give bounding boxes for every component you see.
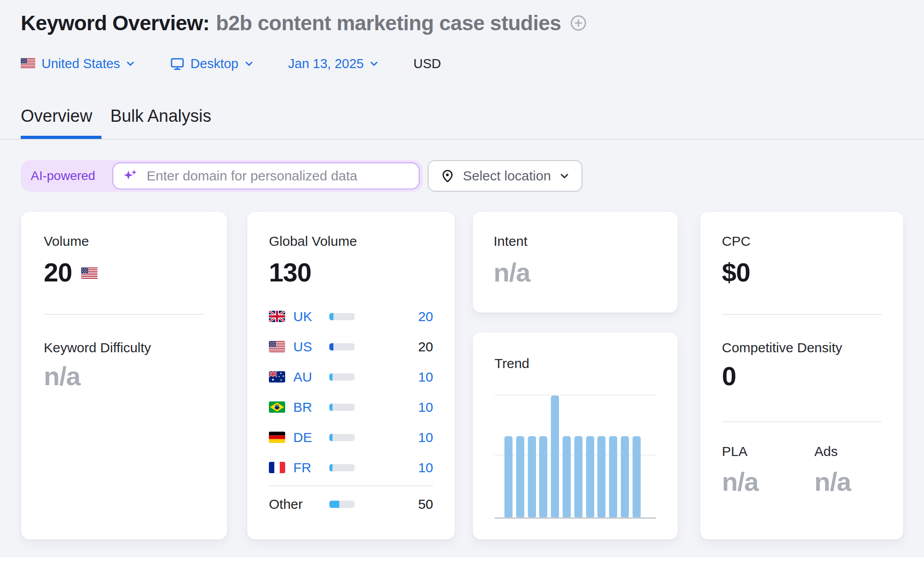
device-selector[interactable]: Desktop — [170, 56, 254, 71]
sparkle-icon — [122, 168, 139, 184]
card-divider — [44, 314, 204, 315]
tab-overview[interactable]: Overview — [21, 106, 92, 126]
select-location-label: Select location — [463, 168, 551, 184]
card-divider — [722, 314, 882, 315]
country-selector[interactable]: United States — [21, 56, 135, 71]
ai-powered-badge: AI-powered — [31, 169, 95, 183]
pla-value: n/a — [722, 467, 814, 496]
country-volume-value[interactable]: 10 — [418, 460, 433, 475]
volume-value: 20 — [44, 258, 97, 287]
country-volume-bar — [329, 464, 355, 471]
filter-bar: United States Desktop Jan 13, 2025 — [21, 55, 441, 72]
country-code-link[interactable]: FR — [293, 460, 322, 475]
global-volume-value: 130 — [269, 258, 311, 287]
trend-bar — [528, 436, 536, 517]
cpc-label: CPC — [722, 234, 750, 249]
country-volume-bar — [329, 313, 355, 320]
intent-value: n/a — [494, 258, 530, 287]
country-volume-bar — [329, 404, 355, 411]
country-code-link[interactable]: UK — [293, 309, 322, 324]
page-title: Keyword Overview: — [21, 11, 209, 35]
country-volume-list: UK20US20AU10BR10DE10FR10Other50 — [269, 301, 433, 519]
tab-bulk-analysis[interactable]: Bulk Analysis — [110, 106, 211, 126]
pla-column: PLA n/a — [722, 444, 814, 496]
keyword-phrase: b2b content marketing case studies — [216, 11, 561, 35]
ads-value: n/a — [814, 467, 907, 496]
flag-us-icon — [269, 341, 285, 352]
keyword-difficulty-label: Keyword Difficulty — [44, 340, 151, 355]
competitive-density-value: 0 — [722, 362, 736, 391]
trend-bar — [504, 436, 513, 517]
country-code-link[interactable]: US — [293, 339, 322, 355]
trend-label: Trend — [494, 356, 529, 371]
other-label: Other — [269, 497, 322, 512]
global-volume-card: Global Volume 130 UK20US20AU10BR10DE10FR… — [247, 212, 455, 539]
country-volume-bar — [329, 373, 355, 381]
other-volume-row: Other50 — [269, 489, 433, 519]
currency-label: USD — [413, 56, 441, 71]
add-keyword-icon[interactable] — [569, 14, 587, 32]
volume-card: Volume 20 Keyword Difficulty n/a — [21, 212, 227, 539]
country-volume-value[interactable]: 10 — [418, 430, 433, 445]
cpc-value: $0 — [722, 258, 750, 287]
chevron-down-icon — [244, 59, 254, 69]
trend-bar — [621, 436, 629, 517]
trend-bar — [586, 436, 594, 517]
other-volume-value: 50 — [418, 497, 433, 512]
country-volume-value: 20 — [418, 339, 433, 355]
next-section-edge — [0, 557, 924, 562]
volume-label: Volume — [44, 234, 89, 249]
global-volume-label: Global Volume — [269, 234, 357, 249]
country-code-link[interactable]: DE — [293, 430, 322, 445]
domain-input[interactable] — [146, 168, 411, 184]
country-code-link[interactable]: BR — [293, 400, 322, 415]
flag-br-icon — [269, 401, 285, 413]
country-volume-row: FR10 — [269, 452, 433, 483]
country-volume-bar — [329, 434, 355, 441]
other-volume-bar — [329, 501, 355, 508]
trend-bar — [633, 436, 641, 517]
country-volume-row: BR10 — [269, 392, 433, 422]
select-location-button[interactable]: Select location — [428, 160, 582, 192]
pla-label: PLA — [722, 444, 814, 459]
tab-bar: Overview Bulk Analysis — [21, 106, 211, 126]
trend-bar — [563, 436, 571, 517]
date-selector[interactable]: Jan 13, 2025 — [288, 56, 379, 71]
flag-au-icon — [269, 371, 285, 382]
intent-label: Intent — [494, 234, 527, 249]
competitive-density-label: Competitive Density — [722, 340, 842, 355]
country-volume-bar — [329, 343, 355, 350]
chevron-down-icon — [559, 170, 570, 181]
flag-de-icon — [269, 432, 285, 443]
country-selector-label: United States — [42, 56, 120, 71]
trend-bar — [539, 436, 547, 517]
device-selector-label: Desktop — [190, 56, 238, 71]
card-divider — [269, 485, 433, 486]
country-code-link[interactable]: AU — [293, 369, 322, 385]
flag-uk-icon — [269, 311, 285, 322]
domain-input-container — [112, 162, 420, 189]
ai-toolbar: AI-powered Select location — [21, 160, 582, 192]
tab-bar-divider — [0, 139, 924, 140]
intent-card: Intent n/a — [473, 212, 678, 313]
country-volume-row: DE10 — [269, 422, 433, 452]
keyword-difficulty-value: n/a — [44, 362, 80, 391]
flag-fr-icon — [269, 462, 285, 473]
desktop-monitor-icon — [170, 56, 185, 71]
trend-bar — [574, 436, 582, 517]
country-volume-value[interactable]: 10 — [418, 369, 433, 385]
trend-bar — [516, 436, 524, 517]
trend-bar-chart — [494, 395, 656, 519]
country-volume-value[interactable]: 20 — [418, 309, 433, 324]
us-flag-icon — [81, 255, 97, 284]
ads-label: Ads — [814, 444, 907, 459]
card-divider — [722, 421, 882, 422]
us-flag-icon — [21, 56, 35, 71]
country-volume-value[interactable]: 10 — [418, 400, 433, 415]
pla-ads-section: PLA n/a Ads n/a — [722, 444, 907, 496]
ads-column: Ads n/a — [814, 444, 907, 496]
keyword-overview-page: Keyword Overview: b2b content marketing … — [0, 0, 924, 562]
country-volume-row: UK20 — [269, 301, 433, 332]
trend-bar — [551, 396, 559, 517]
chevron-down-icon — [369, 59, 379, 69]
